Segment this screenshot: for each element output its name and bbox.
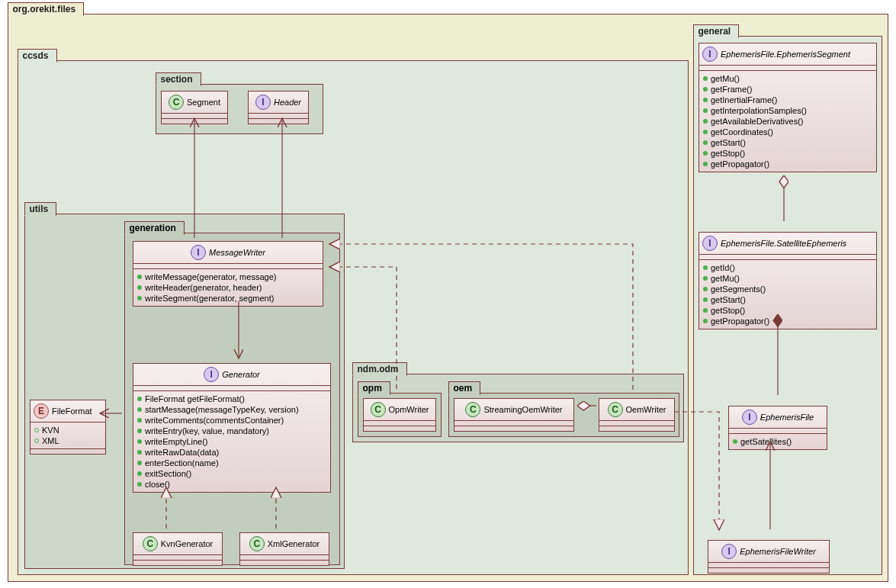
method: writeRawData(data) [145, 447, 219, 458]
method: getPropagator() [711, 159, 769, 169]
interface-icon: I [191, 245, 206, 260]
class-generator-name: Generator [222, 370, 260, 379]
method: startMessage(messageTypeKey, version) [145, 404, 299, 415]
class-segment-name: Segment [187, 98, 220, 107]
enum-icon: E [34, 403, 49, 419]
pkg-ndm-odm: ndm.odm opm COpmWriter oem CStreamingOem… [352, 374, 684, 442]
pkg-opm: opm COpmWriter [358, 393, 442, 437]
class-header: IHeader [248, 91, 309, 124]
class-ephfilewriter-name: EphemerisFileWriter [740, 547, 816, 556]
pkg-utils-tab: utils [24, 202, 57, 216]
pkg-utils: utils generation IMessageWriter writeMes… [24, 214, 345, 569]
class-segment: CSegment [161, 91, 228, 124]
class-opmwriter-name: OpmWriter [389, 405, 429, 414]
interface-icon: I [204, 367, 219, 382]
pkg-root: org.orekit.files ccsds section CSegment … [8, 14, 888, 582]
pkg-oem: oem CStreamingOemWriter COemWriter [448, 393, 679, 437]
class-fileformat: EFileFormat KVN XML [30, 400, 106, 455]
pkg-root-tab: org.orekit.files [8, 2, 85, 16]
pkg-generation: generation IMessageWriter writeMessage(g… [124, 233, 340, 565]
class-ephseg-name: EphemerisFile.EphemerisSegment [721, 50, 850, 59]
pkg-ccsds-tab: ccsds [18, 49, 57, 63]
method: exitSection() [145, 468, 191, 479]
class-opmwriter: COpmWriter [363, 398, 436, 432]
method: getInterpolationSamples() [711, 105, 807, 116]
method: getStart() [711, 294, 746, 305]
class-ephfile-name: EphemerisFile [760, 413, 814, 422]
method: getStart() [711, 137, 746, 148]
class-ephsat-name: EphemerisFile.SatelliteEphemeris [721, 239, 846, 248]
method: getPropagator() [711, 316, 769, 326]
class-ephsat: IEphemerisFile.SatelliteEphemeris getId(… [698, 232, 877, 329]
class-icon: C [169, 95, 184, 110]
pkg-section: section CSegment IHeader [156, 84, 323, 134]
pkg-opm-tab: opm [358, 381, 390, 395]
pkg-ccsds: ccsds section CSegment IHeader utils gen… [18, 60, 689, 575]
class-ephfile: IEphemerisFile getSatellites() [728, 406, 827, 450]
class-kvngenerator: CKvnGenerator [133, 532, 223, 566]
class-icon: C [465, 402, 480, 417]
class-messagewriter: IMessageWriter writeMessage(generator, m… [133, 241, 323, 307]
class-icon: C [143, 536, 158, 551]
pkg-section-tab: section [156, 72, 201, 86]
class-header-name: Header [274, 98, 301, 107]
pkg-general-tab: general [693, 24, 740, 38]
class-streamoem-name: StreamingOemWriter [483, 405, 562, 414]
class-fileformat-name: FileFormat [52, 406, 92, 416]
class-xmlgen-name: XmlGenerator [268, 539, 320, 548]
method: writeEmptyLine() [145, 436, 208, 447]
interface-icon: I [721, 544, 737, 559]
pkg-generation-tab: generation [124, 221, 185, 235]
interface-icon: I [702, 236, 718, 251]
method: enterSection(name) [145, 458, 219, 468]
method: close() [145, 479, 170, 490]
method: getSegments() [711, 284, 766, 294]
method: getCoordinates() [711, 127, 773, 137]
class-oemwriter-name: OemWriter [626, 405, 666, 414]
method: getStop() [711, 305, 745, 316]
class-icon: C [371, 402, 386, 417]
class-messagewriter-name: MessageWriter [209, 248, 265, 257]
class-streamingoemwriter: CStreamingOemWriter [454, 398, 574, 432]
method: writeSegment(generator, segment) [145, 293, 274, 304]
enum-val: XML [42, 435, 59, 446]
method: writeComments(commentsContainer) [145, 415, 284, 426]
class-icon: C [608, 402, 623, 417]
method: getStop() [711, 148, 745, 159]
class-generator: IGenerator FileFormat getFileFormat() st… [133, 363, 331, 493]
method: FileFormat getFileFormat() [145, 394, 245, 404]
method: writeEntry(key, value, mandatory) [145, 426, 269, 436]
method: getId() [711, 262, 735, 273]
method: getMu() [711, 273, 740, 284]
pkg-ndm-odm-tab: ndm.odm [352, 362, 407, 376]
method: getMu() [711, 73, 740, 84]
enum-val: KVN [42, 425, 59, 435]
interface-icon: I [742, 410, 757, 425]
interface-icon: I [255, 95, 271, 110]
method: getInertialFrame() [711, 95, 777, 105]
interface-icon: I [702, 47, 718, 62]
method: writeHeader(generator, header) [145, 282, 262, 293]
method: writeMessage(generator, message) [145, 272, 276, 282]
method: getAvailableDerivatives() [711, 116, 803, 127]
class-kvngen-name: KvnGenerator [161, 539, 213, 548]
method: getFrame() [711, 84, 752, 95]
pkg-oem-tab: oem [448, 381, 481, 395]
class-icon: C [249, 536, 265, 551]
class-xmlgenerator: CXmlGenerator [239, 532, 329, 566]
class-oemwriter: COemWriter [599, 398, 675, 432]
pkg-general: general IEphemerisFile.EphemerisSegment … [693, 36, 882, 575]
class-ephfilewriter: IEphemerisFileWriter [708, 540, 830, 574]
class-ephseg: IEphemerisFile.EphemerisSegment getMu() … [698, 43, 877, 172]
method: getSatellites() [740, 436, 792, 447]
